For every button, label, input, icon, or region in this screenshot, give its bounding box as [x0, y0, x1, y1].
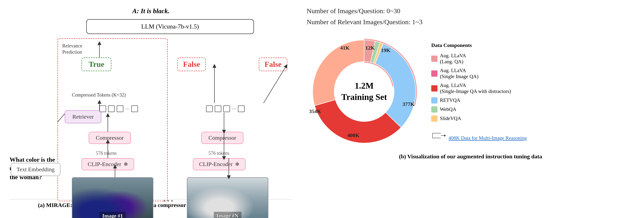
stat-images-per-question: Number of Images/Question: 0~30: [307, 7, 634, 15]
legend-color-2: [431, 70, 438, 77]
clip-label-n-text: CLIP-Encoder: [199, 161, 233, 168]
token-dots-n: ···: [232, 106, 236, 112]
legend-item-3: Aug. LLaVA(Single-Image QA with distract…: [431, 82, 527, 94]
compressor-box-1: Compressor: [89, 132, 131, 144]
tokens-row-n: ···: [206, 106, 244, 112]
legend-title: Data Components: [431, 42, 527, 48]
diagram-area: What color is theumbrella nearthe woman?…: [10, 38, 292, 196]
arrow-row: 408K Data for Multi-Image Reasoning: [431, 130, 527, 141]
token-sq: [131, 106, 138, 112]
token-sq: [117, 106, 124, 112]
legend-item-6: SlideVQA: [431, 116, 527, 122]
tokens-576-label-n: 576 tokens: [208, 150, 229, 156]
compressed-tokens-label: Compressed Tokens (K=32): [72, 92, 126, 98]
tokens-row-1: ···: [100, 106, 138, 112]
answer-label: A: It is black.: [10, 7, 292, 15]
image-label-1: Image #1: [100, 212, 126, 218]
center-count: 1.2M: [342, 80, 387, 92]
false-badge-1: False: [177, 58, 206, 71]
donut-center-text: 1.2M Training Set: [342, 80, 387, 103]
legend-color-1: [431, 56, 438, 62]
relevance-prediction-label: RelevancePrediction: [62, 43, 82, 55]
bracket-arrow-svg: [431, 132, 446, 139]
clip-encoder-n: CLIP-Encoder ❄: [193, 158, 246, 170]
legend-label-5: WebQA: [440, 106, 456, 112]
legend-item-5: WebQA: [431, 106, 527, 112]
donut-chart: 354K 400K 377K 19K 12K 41K 1.2M Training…: [307, 34, 422, 149]
legend-label-6: SlideVQA: [440, 116, 461, 122]
retriever-box: Retriever: [65, 110, 101, 123]
llm-box: LLM (Vicuna-7b-v1.5): [86, 19, 254, 34]
seg-label-12k: 12K: [365, 45, 375, 51]
svg-line-7: [264, 66, 286, 103]
chart-legend-area: 354K 400K 377K 19K 12K 41K 1.2M Training…: [307, 34, 634, 149]
seg-label-377k: 377K: [402, 101, 414, 107]
seg-label-19k: 19K: [381, 47, 390, 54]
legend-item-1: Aug. LLaVA(Lang. QA): [431, 53, 527, 65]
legend-color-3: [431, 85, 438, 92]
legend-color-6: [431, 116, 438, 122]
compressor-box-n: Compressor: [201, 132, 244, 144]
token-dots: ···: [125, 106, 130, 112]
right-panel: Number of Images/Question: 0~30 Number o…: [302, 7, 634, 211]
right-caption: (b) Visualization of our augmented instr…: [307, 153, 634, 160]
legend-label-1: Aug. LLaVA(Lang. QA): [440, 53, 466, 65]
token-sq: [238, 106, 244, 112]
seg-label-41k: 41K: [340, 45, 350, 51]
legend-color-5: [431, 106, 438, 112]
arrow-note-text[interactable]: 408K Data for Multi-Image Reasoning: [448, 135, 527, 141]
tokens-576-label-1: 576 tokens: [96, 150, 117, 156]
text-embedding-box: Text Embedding: [11, 163, 60, 176]
snowflake-icon-1: ❄: [124, 161, 128, 168]
legend-label-2: Aug. LLaVA(Single Image QA): [440, 68, 478, 80]
stat-relevant-images: Number of Relevant Images/Question: 1~3: [307, 18, 634, 26]
clip-encoder-1: CLIP-Encoder ❄: [82, 158, 134, 170]
token-sq: [108, 106, 115, 112]
token-sq: [100, 106, 106, 112]
legend-item-4: RETVQA: [431, 97, 527, 104]
legend-label-4: RETVQA: [440, 97, 460, 103]
image-box-1: Image #1: [72, 177, 153, 218]
image-label-n: Image #N: [214, 212, 241, 218]
image-box-n: Image #N: [187, 177, 268, 218]
center-label: Training Set: [342, 92, 387, 103]
clip-label-1-text: CLIP-Encoder: [88, 161, 121, 168]
main-container: A: It is black. LLM (Vicuna-7b-v1.5) Wha…: [0, 0, 644, 218]
token-sq: [206, 106, 213, 112]
diagram-main: RelevancePrediction True False False Com…: [58, 38, 292, 196]
arrow-note-area: 408K Data for Multi-Image Reasoning: [431, 130, 527, 141]
legend-color-4: [431, 97, 438, 104]
snowflake-icon-n: ❄: [235, 161, 239, 168]
token-sq: [215, 106, 222, 112]
seg-label-400k: 400K: [348, 132, 360, 138]
legend-item-2: Aug. LLaVA(Single Image QA): [431, 68, 527, 80]
false-badge-2: False: [259, 58, 287, 71]
legend-area: Data Components Aug. LLaVA(Lang. QA) Aug…: [431, 42, 527, 141]
legend-label-3: Aug. LLaVA(Single-Image QA with distract…: [440, 82, 511, 94]
token-sq: [223, 106, 230, 112]
seg-label-354k: 354K: [309, 108, 321, 114]
true-badge: True: [82, 58, 112, 71]
left-panel: A: It is black. LLM (Vicuna-7b-v1.5) Wha…: [10, 7, 292, 211]
stats-area: Number of Images/Question: 0~30 Number o…: [307, 7, 634, 29]
horiz-dots: ···: [163, 194, 174, 207]
